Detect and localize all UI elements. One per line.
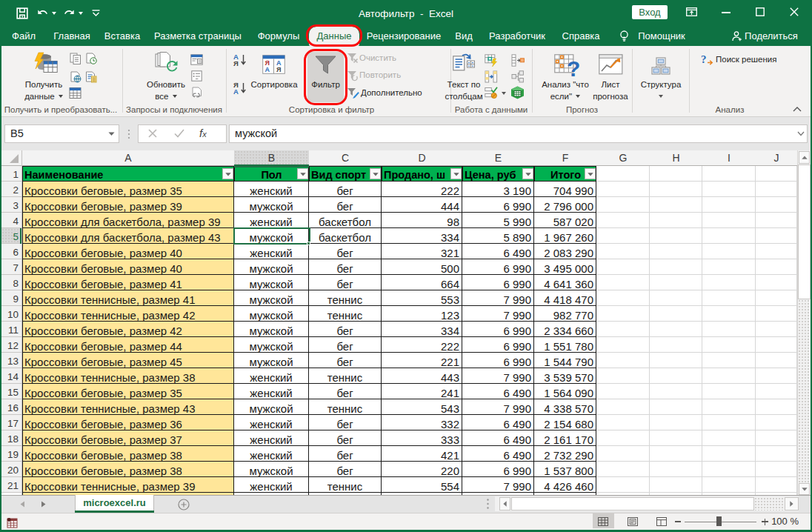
svg-text:?: ? xyxy=(701,53,707,65)
svg-text:?: ? xyxy=(567,56,580,81)
svg-text:Я: Я xyxy=(233,59,239,67)
svg-text:Я: Я xyxy=(276,66,281,73)
svg-text:А: А xyxy=(265,66,270,73)
